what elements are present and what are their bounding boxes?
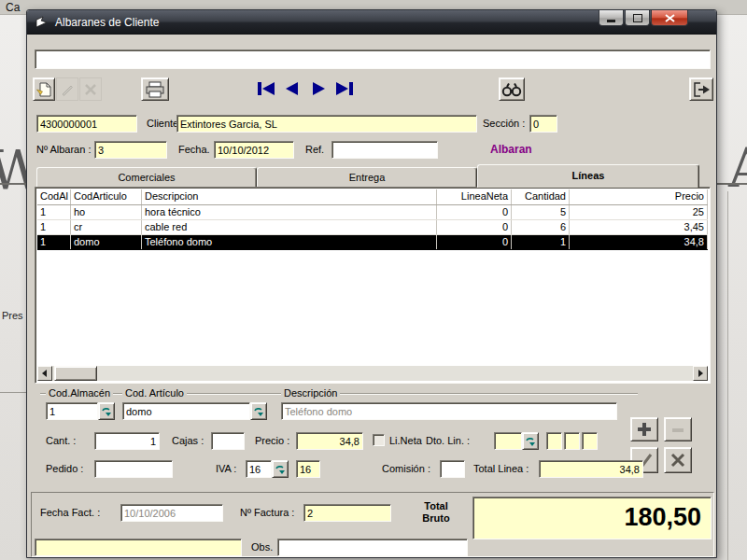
desktop-background: Ca W A Pres Albaranes de Cliente [0,0,747,560]
cliente-field[interactable] [176,115,477,133]
command-input[interactable] [35,49,711,69]
num-factura-label: Nº Factura : [240,507,294,518]
table-row[interactable]: 1 ho hora técnico 0 5 25 [37,205,708,220]
total-linea-field[interactable] [539,460,643,478]
ref-label: Ref. [305,144,324,155]
li-neta-checkbox[interactable] [373,434,385,446]
pedido-field[interactable] [94,460,173,478]
print-button[interactable] [141,77,169,101]
group-almacen-label: Cod.Almacén [46,387,113,399]
descripcion-field[interactable] [281,402,617,420]
account-code-field[interactable] [36,115,137,133]
almacen-field[interactable] [46,402,98,420]
nav-last-button[interactable] [333,81,356,96]
new-record-button[interactable] [33,77,55,101]
table-row[interactable]: 1 cr cable red 0 6 3,45 [37,220,708,235]
background-watermark-right: A [728,136,747,200]
dto-extra-field-3[interactable] [582,432,598,450]
search-button[interactable] [499,77,525,101]
dto-extra-field-1[interactable] [546,432,562,450]
cajas-field[interactable] [211,432,245,450]
search-icon [501,82,522,97]
dto-lin-field[interactable] [494,432,522,450]
footer-extra-field[interactable] [35,539,242,556]
x-icon [670,453,685,468]
cajas-label: Cajas : [172,435,204,446]
iva-pct-field[interactable] [296,460,320,478]
column-header-descripcion: Descripcion [142,189,437,204]
exit-icon [692,81,711,98]
scroll-track[interactable] [52,366,693,381]
group-articulo-label: Cod. Artículo [122,387,187,399]
li-neta-label: Li.Neta [389,435,422,446]
iva-field[interactable] [246,460,272,478]
ref-field[interactable] [331,141,438,159]
fecha-label: Fecha. [178,144,210,155]
maximize-button[interactable] [625,10,650,26]
delete-icon [84,83,97,96]
cell-cantidad: 5 [512,205,570,219]
cancel-line-button[interactable] [664,447,692,473]
fecha-field[interactable] [214,141,294,159]
table-row-selected[interactable]: 1 domo Teléfono domo 0 1 34,8 [37,235,708,250]
cell-lineaneta: 0 [437,235,512,249]
cell-codal: 1 [37,220,71,234]
title-bar[interactable]: Albaranes de Cliente [27,10,716,35]
background-divider [0,183,26,185]
tab-entrega[interactable]: Entrega [257,167,477,187]
scroll-right-button[interactable] [693,366,708,381]
cell-descripcion: hora técnico [142,205,437,219]
scroll-right-icon [697,370,704,377]
almacen-lookup-button[interactable] [98,402,115,420]
plus-icon [637,422,652,437]
cell-cantidad: 6 [512,220,570,234]
cant-field[interactable] [94,432,160,450]
iva-lookup-button[interactable] [272,460,289,478]
scroll-left-button[interactable] [37,366,52,381]
new-document-icon [35,81,52,98]
comision-field[interactable] [440,460,465,478]
column-header-cantidad: Cantidad [512,189,570,204]
remove-line-button[interactable] [664,417,692,441]
albaran-number-field[interactable] [94,141,167,159]
articulo-field[interactable] [122,402,250,420]
dto-lin-lookup-button[interactable] [522,432,539,450]
nav-first-button[interactable] [255,81,277,96]
seccion-field[interactable] [529,115,557,133]
cliente-label: Cliente [147,118,178,129]
lookup-arrow-icon [253,406,264,417]
lines-grid: CodAl CodArticulo Descripcion LineaNeta … [37,189,708,250]
albaranes-window: Albaranes de Cliente [26,9,717,558]
add-line-button[interactable] [630,417,658,441]
pedido-label: Pedido : [46,463,83,474]
fecha-fact-field[interactable] [120,504,223,522]
fecha-fact-label: Fecha Fact. : [40,507,100,518]
lookup-arrow-icon [525,436,536,447]
horizontal-scrollbar[interactable] [37,366,708,381]
cell-precio: 25 [570,205,708,219]
nav-next-icon [307,81,330,96]
exit-button[interactable] [689,77,713,101]
seccion-label: Sección : [483,118,525,129]
app-icon [35,15,49,30]
edit-record-button[interactable] [56,77,78,101]
scroll-thumb[interactable] [54,366,97,381]
delete-record-button[interactable] [79,77,102,101]
dto-extra-field-2[interactable] [564,432,580,450]
close-button[interactable] [651,10,688,26]
precio-field[interactable] [296,432,363,450]
cell-codarticulo: domo [71,235,142,249]
obs-field[interactable] [277,539,468,556]
minimize-button[interactable] [599,10,624,26]
cell-precio: 34,8 [570,235,708,249]
tab-comerciales[interactable]: Comerciales [36,167,257,187]
nav-previous-button[interactable] [281,81,303,96]
minus-icon [670,422,685,437]
precio-label: Precio : [255,435,289,446]
articulo-lookup-button[interactable] [250,402,267,420]
tab-lineas[interactable]: Líneas [477,164,699,188]
grid-header-row: CodAl CodArticulo Descripcion LineaNeta … [37,189,708,205]
nav-next-button[interactable] [307,81,330,96]
print-icon [145,81,165,98]
num-factura-field[interactable] [303,504,391,522]
